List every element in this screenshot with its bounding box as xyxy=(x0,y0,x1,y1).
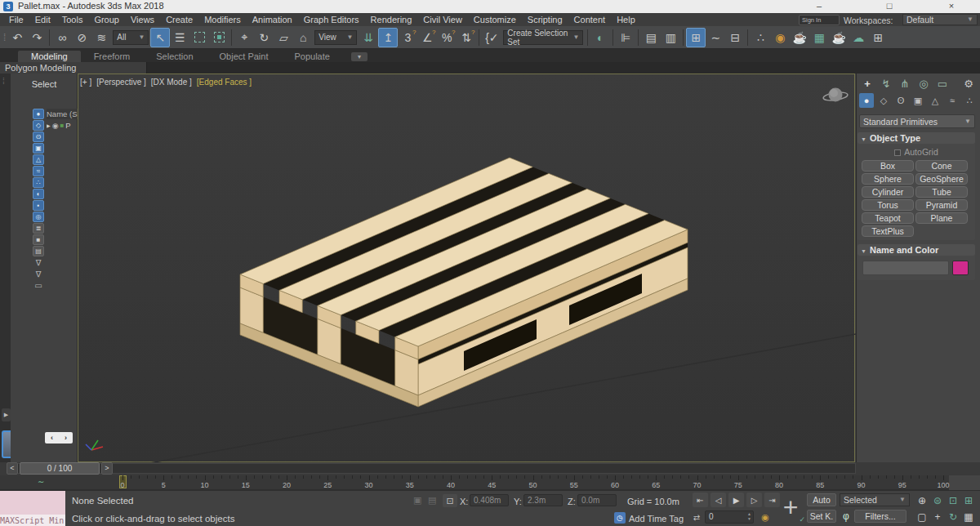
explorer-flyout-button[interactable]: ▶ xyxy=(2,408,11,421)
array-tools-button[interactable]: ∴ xyxy=(751,28,770,47)
explorer-filter-icon[interactable]: ◇ xyxy=(33,120,44,131)
toggle-scene-explorer-button[interactable]: ▤ xyxy=(641,28,661,47)
menu-item-edit[interactable]: Edit xyxy=(29,13,56,26)
reference-coordinate-dropdown[interactable]: View▼ xyxy=(314,30,357,45)
close-button[interactable]: × xyxy=(941,0,962,12)
object-name-field[interactable] xyxy=(862,261,949,275)
isolate-selection-icon[interactable]: ▣ xyxy=(413,495,421,506)
menu-item-group[interactable]: Group xyxy=(88,13,125,26)
primitive-category-dropdown[interactable]: Standard Primitives▼ xyxy=(859,114,975,128)
modify-tab[interactable]: ↯ xyxy=(878,75,894,91)
explorer-scrollbar[interactable]: ‹› xyxy=(45,432,73,444)
schematic-view-button[interactable]: ⊟ xyxy=(725,28,745,47)
create-geosphere-button[interactable]: GeoSphere xyxy=(915,173,968,185)
utilities-tab[interactable]: ⚙ xyxy=(960,75,977,91)
snaps-toggle-button[interactable]: 3? xyxy=(398,28,417,47)
time-slider-thumb[interactable]: 0 / 100 xyxy=(20,462,100,475)
create-sphere-button[interactable]: Sphere xyxy=(862,173,914,185)
next-frame-slider-button[interactable]: > xyxy=(101,462,113,475)
auto-key-button[interactable]: Auto xyxy=(807,493,836,506)
maximize-button[interactable]: □ xyxy=(879,0,900,12)
explorer-filter-icon[interactable]: ∇ xyxy=(33,257,44,268)
zoom-extents-button[interactable]: ⊡ xyxy=(946,493,960,507)
selection-lock-icon[interactable]: ▤ xyxy=(428,495,436,506)
explorer-filter-icon[interactable]: ◎ xyxy=(33,212,44,222)
viewport-mode-menu[interactable]: [DX Mode ] xyxy=(151,78,192,87)
undo-button[interactable]: ↶ xyxy=(7,28,27,47)
angle-snap-toggle-button[interactable]: ∠? xyxy=(417,28,437,47)
menu-item-content[interactable]: Content xyxy=(568,13,612,26)
current-frame-field[interactable]: 0▲▼ xyxy=(705,510,754,524)
toggle-layer-explorer-button[interactable]: ▥ xyxy=(661,28,680,47)
add-time-tag[interactable]: Add Time Tag xyxy=(629,514,684,524)
previous-frame-slider-button[interactable]: < xyxy=(7,462,18,475)
perspective-viewport[interactable]: [+ ] [Perspective ] [DX Mode ] [Edged Fa… xyxy=(78,74,855,462)
workspace-dropdown[interactable]: Default▼ xyxy=(902,14,978,25)
key-filters-icon[interactable]: ◉ xyxy=(758,510,773,524)
create-pyramid-button[interactable]: Pyramid xyxy=(915,199,968,211)
explorer-filter-icon[interactable]: ▣ xyxy=(33,143,44,154)
render-setup-button[interactable]: ☕ xyxy=(790,28,809,47)
create-cylinder-button[interactable]: Cylinder xyxy=(862,186,914,198)
explorer-filter-icon[interactable]: ▪ xyxy=(33,200,44,211)
cameras-subtab[interactable]: ▣ xyxy=(911,93,925,108)
select-and-link-button[interactable]: ∞ xyxy=(52,28,72,47)
menu-item-customize[interactable]: Customize xyxy=(468,13,522,26)
select-and-manipulate-button[interactable]: ↥ xyxy=(378,28,398,47)
mini-curve-editor-icon[interactable]: ∼ xyxy=(38,477,44,486)
render-presets-button[interactable]: ⊞ xyxy=(868,28,888,47)
create-cone-button[interactable]: Cone xyxy=(915,160,968,172)
create-tab[interactable]: + xyxy=(859,75,875,91)
select-and-move-button[interactable]: ⌖ xyxy=(234,28,254,47)
tab-freeform[interactable]: Freeform xyxy=(81,51,144,62)
maximize-viewport-toggle-button[interactable]: ▦ xyxy=(961,510,976,524)
zoom-extents-all-button[interactable]: ⊞ xyxy=(961,493,976,507)
tab-modeling[interactable]: Modeling xyxy=(18,51,81,62)
spinner-icon[interactable]: ▲▼ xyxy=(747,511,751,521)
tab-selection[interactable]: Selection xyxy=(143,51,206,62)
key-mode-toggle[interactable]: ⇄ xyxy=(691,511,702,524)
next-frame-button[interactable]: ▷ xyxy=(746,493,762,507)
menu-item-modifiers[interactable]: Modifiers xyxy=(198,13,247,26)
toggle-ribbon-button[interactable]: ⊞ xyxy=(686,28,706,47)
object-type-header[interactable]: ▼Object Type xyxy=(858,132,975,144)
x-coordinate-field[interactable]: 0.408m xyxy=(470,494,509,506)
menu-item-civil-view[interactable]: Civil View xyxy=(417,13,467,26)
window-crossing-toggle-button[interactable] xyxy=(209,28,229,47)
explorer-filter-icon[interactable]: △ xyxy=(33,154,44,165)
select-and-rotate-button[interactable]: ↻ xyxy=(254,28,274,47)
toolbar-grip[interactable]: ⁞ xyxy=(3,32,6,43)
viewport-shading-menu[interactable]: [Edged Faces ] xyxy=(197,78,252,87)
explorer-filter-icon[interactable]: ʘ xyxy=(33,132,44,142)
tab-object-paint[interactable]: Object Paint xyxy=(207,51,282,62)
previous-frame-button[interactable]: ◁ xyxy=(710,493,726,507)
render-production-button[interactable]: ☕ xyxy=(829,28,849,47)
redo-button[interactable]: ↷ xyxy=(27,28,47,47)
zoom-all-button[interactable]: ⊜ xyxy=(930,493,945,507)
menu-item-tools[interactable]: Tools xyxy=(56,13,89,26)
explorer-filter-icon[interactable]: ≈ xyxy=(33,166,44,176)
pallet-model[interactable] xyxy=(78,74,856,463)
lights-subtab[interactable]: ʘ xyxy=(893,93,908,108)
select-and-scale-button[interactable]: ▱ xyxy=(274,28,293,47)
visibility-eye-icon[interactable]: ◉ xyxy=(52,122,59,130)
go-to-start-button[interactable]: ⇤ xyxy=(693,493,708,507)
name-color-header[interactable]: ▼Name and Color xyxy=(858,244,975,256)
sign-in-dropdown[interactable]: Sign In xyxy=(799,15,840,25)
menu-item-help[interactable]: Help xyxy=(611,13,641,26)
explorer-filter-icon[interactable]: ▭ xyxy=(33,280,44,291)
explorer-filter-icon[interactable]: ∇ xyxy=(33,269,44,279)
explorer-filter-icon[interactable]: ▤ xyxy=(33,246,44,256)
polygon-modeling-panel[interactable]: Polygon Modeling xyxy=(0,62,147,74)
y-coordinate-field[interactable]: 2.3m xyxy=(523,494,563,506)
helpers-subtab[interactable]: △ xyxy=(928,93,942,108)
render-in-cloud-button[interactable]: ☁ xyxy=(849,28,868,47)
expand-arrow-icon[interactable]: ▶ xyxy=(47,123,51,128)
curve-editor-button[interactable]: ∼ xyxy=(706,28,725,47)
align-button[interactable]: ⊫ xyxy=(616,28,635,47)
maxscript-mini-listener[interactable] xyxy=(0,491,65,515)
pan-view-button[interactable]: + xyxy=(930,510,945,524)
object-color-swatch[interactable] xyxy=(952,261,969,275)
scene-object-row[interactable]: ▶ ◉ ■ P xyxy=(47,120,78,131)
create-plane-button[interactable]: Plane xyxy=(915,212,968,224)
